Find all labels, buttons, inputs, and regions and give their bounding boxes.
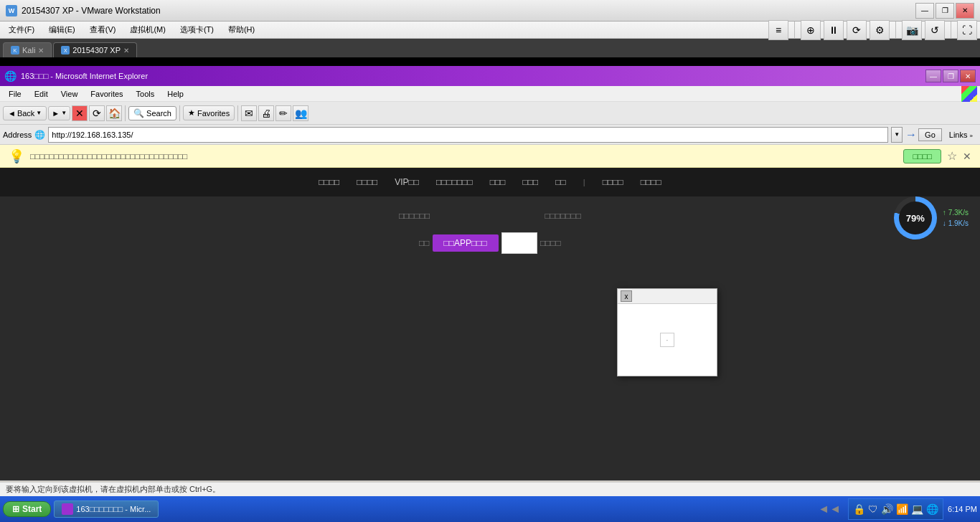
content-row1: □□□□□□ □□□□□□□: [399, 211, 581, 221]
nav-item-1[interactable]: □□□□: [319, 177, 339, 187]
menu-help[interactable]: 帮助(H): [222, 23, 260, 37]
search-box[interactable]: 🔍 Search: [128, 106, 176, 120]
ie-icon: 🌐: [4, 70, 17, 82]
vmware-tool-fullscreen[interactable]: ⛶: [957, 20, 977, 40]
down-arrow-icon: ↓: [943, 219, 946, 227]
ie-menu-favorites[interactable]: Favorites: [85, 88, 128, 100]
close-button[interactable]: ✕: [956, 3, 974, 19]
ie-title-left: 🌐 163□□□ - Microsoft Internet Explorer: [4, 70, 148, 82]
nav-arrows: ◄◄: [815, 503, 844, 516]
start-button[interactable]: ⊞ Start: [3, 501, 51, 517]
forward-dropdown: ▼: [61, 110, 67, 116]
vmware-tool-bar1[interactable]: ≡: [768, 20, 788, 40]
menu-view[interactable]: 查看(V): [84, 23, 122, 37]
print-button[interactable]: 🖨: [258, 105, 274, 121]
restore-button[interactable]: ❐: [936, 3, 954, 19]
xp-tab-label: 20154307 XP: [72, 46, 121, 54]
stop-button[interactable]: ✕: [72, 105, 88, 121]
address-input[interactable]: [48, 127, 888, 143]
vmware-tool-suspend[interactable]: ⏸: [824, 20, 844, 40]
notif-action-button[interactable]: □□□□: [903, 149, 941, 163]
tray-icon-network: 📶: [896, 503, 908, 515]
messenger-button[interactable]: 👥: [293, 105, 308, 121]
kali-tab-close[interactable]: ✕: [38, 47, 44, 54]
nav-item-5[interactable]: □□□: [490, 177, 506, 187]
forward-arrow: ►: [52, 109, 60, 118]
minimize-button[interactable]: —: [915, 3, 934, 19]
vmware-tool-snap[interactable]: 📷: [902, 20, 922, 40]
address-globe-icon: 🌐: [34, 130, 45, 140]
start-label: Start: [22, 504, 42, 514]
nav-item-2[interactable]: □□□□: [357, 177, 377, 187]
ie-close-button[interactable]: ✕: [960, 70, 976, 82]
back-arrow: ◄: [8, 109, 16, 118]
nav-item-7[interactable]: □□: [555, 177, 566, 187]
vmware-titlebar-controls: — ❐ ✕: [915, 3, 974, 19]
notif-lightbulb-icon: 💡: [9, 148, 24, 164]
ie-menu-view[interactable]: View: [55, 88, 84, 100]
nav-item-8[interactable]: □□□□: [603, 177, 623, 187]
nav-item-9[interactable]: □□□□: [641, 177, 661, 187]
vmware-menubar: 文件(F) 编辑(E) 查看(V) 虚拟机(M) 选项卡(T) 帮助(H) ≡ …: [0, 22, 980, 39]
ie-title: 163□□□ - Microsoft Internet Explorer: [21, 72, 148, 80]
taskbar-left: ⊞ Start 163□□□□□□□ - Micr...: [3, 500, 159, 518]
refresh-button[interactable]: ⟳: [89, 105, 105, 121]
menu-edit[interactable]: 编辑(E): [43, 23, 81, 37]
taskbar-ie-window[interactable]: 163□□□□□□□ - Micr...: [54, 500, 159, 518]
mail-button[interactable]: ✉: [241, 105, 257, 121]
nav-item-6[interactable]: □□□: [523, 177, 539, 187]
tray-icon-lock: 🔒: [853, 503, 865, 515]
ie-menubar: File Edit View Favorites Tools Help: [0, 86, 980, 102]
forward-button[interactable]: ► ▼: [48, 106, 70, 120]
links-arrow-icon: »: [970, 133, 973, 139]
ie-menu-edit[interactable]: Edit: [29, 88, 54, 100]
address-label: Address: [3, 130, 32, 139]
ie-minimize-button[interactable]: —: [925, 70, 941, 82]
address-dropdown[interactable]: ▼: [891, 127, 903, 143]
speed-down-value: 1.9K/s: [948, 219, 969, 227]
ie-menu-items: File Edit View Favorites Tools Help: [3, 88, 189, 100]
favorites-button[interactable]: ★ Favorites: [183, 105, 235, 120]
back-button[interactable]: ◄ Back ▼: [3, 106, 47, 120]
dialog-dot-icon: ·: [666, 336, 669, 344]
vmware-tool-power[interactable]: ⊕: [801, 20, 821, 40]
toolbar-sep-1: [125, 105, 126, 121]
nav-item-4[interactable]: □□□□□□□: [436, 177, 473, 187]
taskbar-scroll-left[interactable]: ◄◄: [815, 503, 844, 516]
links-button[interactable]: Links »: [945, 129, 977, 141]
ie-menu-help[interactable]: Help: [161, 88, 189, 100]
go-button[interactable]: Go: [918, 128, 942, 141]
kali-icon: K: [11, 46, 19, 54]
toolbar-sep-3: [237, 105, 238, 121]
vmware-title: 20154307 XP - VMware Workstation: [22, 6, 161, 16]
xp-tab-close[interactable]: ✕: [123, 47, 129, 54]
vmware-tool-restart[interactable]: ⟳: [847, 20, 867, 40]
bottom-notif: 要将输入定向到该虚拟机，请在虚拟机内部单击或按 Ctrl+G。: [0, 482, 980, 496]
nav-item-vip[interactable]: VIP□□: [395, 177, 419, 187]
edit-button[interactable]: ✏: [275, 105, 291, 121]
speed-values: ↑ 7.3K/s ↓ 1.9K/s: [943, 209, 969, 227]
taskbar-ie-label: 163□□□□□□□ - Micr...: [76, 505, 151, 513]
menu-vm[interactable]: 虚拟机(M): [124, 23, 171, 37]
dialog-close-button[interactable]: x: [621, 290, 632, 302]
taskbar: ⊞ Start 163□□□□□□□ - Micr... ◄◄ 🔒 🛡 🔊 📶 …: [0, 496, 980, 522]
menu-tabs[interactable]: 选项卡(T): [174, 23, 220, 37]
dialog-close-row: x: [618, 289, 717, 304]
dialog-box: x ·: [617, 288, 717, 376]
home-button[interactable]: 🏠: [106, 105, 122, 121]
ie-restore-button[interactable]: ❐: [943, 70, 958, 82]
vmware-tool-settings[interactable]: ⚙: [870, 20, 890, 40]
ie-menu-file[interactable]: File: [3, 88, 27, 100]
notif-settings-icon[interactable]: ☆: [947, 149, 957, 163]
tab-xp[interactable]: X 20154307 XP ✕: [53, 42, 137, 57]
speed-down: ↓ 1.9K/s: [943, 219, 969, 227]
app-button[interactable]: □□APP□□□: [433, 234, 499, 252]
speed-percent: 79%: [899, 201, 932, 234]
links-label: Links: [949, 130, 968, 139]
notif-close-icon[interactable]: ✕: [963, 151, 971, 162]
vmware-tool-revert[interactable]: ↺: [925, 20, 945, 40]
ie-menu-tools[interactable]: Tools: [131, 88, 161, 100]
menu-file[interactable]: 文件(F): [3, 23, 40, 37]
tab-kali[interactable]: K Kali ✕: [3, 42, 52, 57]
taskbar-ie-icon: [62, 503, 73, 515]
